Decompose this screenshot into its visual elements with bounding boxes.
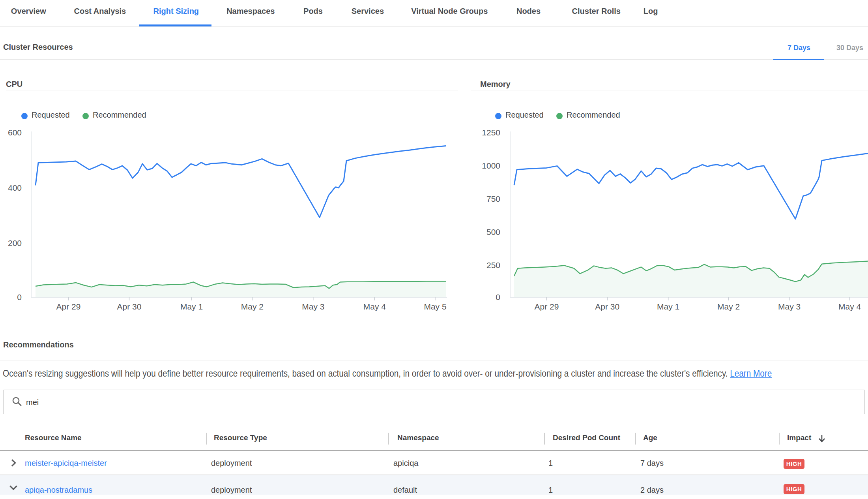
svg-text:Apr 30: Apr 30 xyxy=(117,302,142,311)
svg-text:May 5: May 5 xyxy=(424,302,446,311)
svg-text:750: 750 xyxy=(486,194,500,203)
svg-text:Apr 30: Apr 30 xyxy=(595,302,619,311)
svg-text:May 2: May 2 xyxy=(717,302,740,311)
svg-text:500: 500 xyxy=(486,227,500,236)
svg-text:Apr 29: Apr 29 xyxy=(56,302,81,311)
svg-text:600: 600 xyxy=(8,128,22,137)
svg-text:May 3: May 3 xyxy=(302,302,324,311)
svg-text:0: 0 xyxy=(496,293,500,302)
svg-text:0: 0 xyxy=(17,293,22,302)
svg-text:May 3: May 3 xyxy=(778,302,801,311)
svg-text:1000: 1000 xyxy=(482,161,500,170)
svg-text:May 2: May 2 xyxy=(241,302,264,311)
svg-text:Apr 29: Apr 29 xyxy=(534,302,559,311)
svg-text:May 4: May 4 xyxy=(838,302,861,311)
svg-text:200: 200 xyxy=(8,238,22,248)
svg-text:May 4: May 4 xyxy=(363,302,386,311)
svg-text:May 1: May 1 xyxy=(657,302,679,311)
svg-text:250: 250 xyxy=(486,261,500,270)
svg-text:May 1: May 1 xyxy=(180,302,203,311)
svg-text:400: 400 xyxy=(8,183,22,192)
svg-text:1250: 1250 xyxy=(482,128,500,137)
